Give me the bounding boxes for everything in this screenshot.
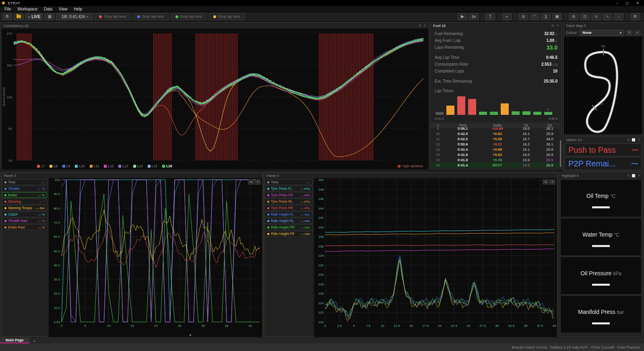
panel4-chart[interactable]: 02.557.51012.51517.52022.52527.53032.535… (314, 178, 557, 337)
lap-times-bar-chart[interactable]: P (435, 94, 558, 115)
panel4-legend-ride-height-fr[interactable]: Ride Height FR— mm (265, 231, 312, 237)
copy-layout-button[interactable]: ⧉ (569, 13, 578, 20)
drop-zone-label: Drop lap here (142, 15, 164, 19)
cursor-marker-icon[interactable]: ▲ (189, 333, 192, 336)
open-file-button[interactable] (14, 13, 24, 20)
panel4-close-button[interactable]: ✕ (549, 179, 555, 185)
values-close-icon[interactable]: ✕ (638, 138, 640, 141)
panel4-legend-ride-height-fl[interactable]: Ride Height FL— mm (265, 212, 312, 217)
add-page-button[interactable]: + (29, 339, 40, 343)
drop-lap-zone-1[interactable]: Drop lap here (95, 13, 130, 20)
panel3-legend-clutch[interactable]: Clutch— % (2, 212, 47, 217)
playback-speed-button[interactable]: 1x (469, 13, 479, 20)
lap-table-row-9[interactable]: 90:56.1+14.6416.026.1 (431, 126, 561, 131)
highlight-card-water-temp[interactable]: Water Temp °C (560, 218, 642, 256)
values-copy-icon[interactable]: ⧉ (627, 138, 630, 142)
time-mode-button[interactable]: ◷ (580, 13, 590, 20)
highlight-card-oil-pressure[interactable]: Oil Pressure kPa (560, 257, 642, 295)
minimize-button[interactable]: – (616, 1, 618, 5)
live-button[interactable]: ●LIVE (25, 13, 43, 20)
consistency-copy-icon[interactable]: ⧉ (419, 24, 421, 28)
highlight-card-oil-temp[interactable]: Oil Temp °C (560, 179, 642, 217)
scatter-chart-button[interactable]: ∿ (614, 13, 623, 20)
menu-help[interactable]: Help (71, 6, 85, 12)
tab-main-page[interactable]: Main Page (0, 338, 29, 343)
app-settings-button[interactable]: ⚙ (630, 13, 640, 20)
panel4-copy-button[interactable]: ⧉ (543, 179, 549, 185)
close-button[interactable]: ✕ (636, 1, 639, 5)
highlight-color-swatch[interactable] (632, 174, 635, 177)
lap-table-row-16[interactable]: 160:41.4BEST15.925.8 (431, 162, 561, 168)
lap-legend-l13[interactable]: L13 (118, 164, 128, 168)
multi-line-chart-button[interactable]: ∿ (603, 13, 612, 20)
panel3-legend-brake[interactable]: Brake— % (2, 192, 47, 198)
drop-lap-zone-3[interactable]: Drop lap here (171, 13, 207, 20)
menu-file[interactable]: File (2, 6, 14, 12)
lap-legend-l12[interactable]: L12 (104, 164, 114, 168)
lap-selector-dropdown[interactable]: 16f. 0:41.424 ▾ (56, 13, 93, 20)
maximize-button[interactable]: ▢ (625, 1, 629, 5)
menu-data[interactable]: Data (41, 6, 55, 12)
play-button[interactable]: ▶ (458, 13, 467, 20)
panel3-close-button[interactable]: ✕ (255, 179, 261, 185)
lap-legend-l15[interactable]: L15 (148, 164, 157, 168)
pattern-button[interactable]: ▦ (45, 13, 54, 20)
highlight-card-manifold-press[interactable]: Manifold Press bar (560, 295, 642, 333)
panel3-legend-steering[interactable]: Steering— ° (2, 199, 47, 204)
lap-table-row-14[interactable]: 140:41.9+0.5216.025.8 (431, 152, 561, 157)
panel3-legend-steering-torque[interactable]: Steering Torque— Nm (2, 205, 47, 211)
drop-lap-zone-2[interactable]: Drop lap here (133, 13, 169, 20)
lap-table-row-12[interactable]: 120:50.6+9.2116.326.1 (431, 141, 561, 147)
fuel-close-icon[interactable]: ✕ (556, 24, 559, 27)
lap-table[interactable]: #TimeDeltaS1S290:56.1+14.6416.026.1100:4… (431, 123, 561, 168)
single-lap-button[interactable]: 1 (541, 13, 551, 20)
annotation-tool-button[interactable]: N (518, 13, 528, 20)
lap-table-row-13[interactable]: 130:42.4+0.9516.125.8 (431, 147, 561, 152)
lap-legend-l16[interactable]: L16 (162, 164, 172, 168)
fuel-copy-icon[interactable]: ⧉ (552, 24, 554, 28)
panel4-legend-time[interactable]: Time— (265, 179, 312, 185)
values-color-swatch[interactable] (632, 138, 635, 141)
lap-legend-l8[interactable]: L8 (50, 164, 57, 168)
highlight-copy-icon[interactable]: ⧉ (627, 174, 630, 178)
value-box-2[interactable]: P2P Remai...— (565, 157, 642, 170)
panel3-legend-throttle-raw[interactable]: Throttle Raw— % (2, 218, 47, 224)
colour-select[interactable]: None ▾ (580, 30, 624, 36)
drop-lap-zone-4[interactable]: Drop lap here (209, 13, 245, 20)
panel4-legend-tyre-press-fr[interactable]: Tyre Press FR— kPa (265, 192, 312, 198)
consistency-chart[interactable]: 27020013060-100%10%20%30%40%50%60%70%80%… (2, 29, 429, 163)
lap-legend-l14[interactable]: L14 (133, 164, 143, 168)
panel4-legend-tyre-press-rr[interactable]: Tyre Press RR— kPa (265, 205, 312, 211)
track-copy-button[interactable]: ⧉ (626, 30, 632, 35)
lap-legend-l9[interactable]: L9 (62, 164, 70, 168)
add-panel-button[interactable]: + (502, 13, 512, 20)
track-close-button[interactable]: ✕ (634, 30, 640, 35)
lap-legend-l10[interactable]: L10 (75, 164, 85, 168)
panel3-legend-throttle[interactable]: Throttle— % (2, 186, 47, 191)
text-tool-button[interactable]: T (485, 13, 495, 20)
panel3-legend-time[interactable]: Time— (2, 179, 47, 185)
highlight-close-icon[interactable]: ✕ (638, 174, 640, 177)
line-chart-button[interactable]: ∿ (591, 13, 601, 20)
value-dash (592, 322, 610, 324)
panel4-legend-ride-height-rr[interactable]: Ride Height RR— mm (265, 224, 312, 230)
settings-button[interactable]: ⚙ (2, 13, 12, 20)
panel3-legend-brake-raw[interactable]: Brake Raw— % (2, 224, 47, 230)
lap-legend-l11[interactable]: L11 (90, 164, 99, 168)
table-scrollbar[interactable] (560, 123, 561, 168)
consistency-close-icon[interactable]: ✕ (423, 24, 426, 27)
panel4-legend-tyre-press-rl[interactable]: Tyre Press RL— kPa (265, 199, 312, 204)
lap-legend-l7[interactable]: L7 (37, 164, 45, 168)
panel3-copy-button[interactable]: ⧉ (248, 179, 254, 185)
menu-workspace[interactable]: Workspace (14, 6, 40, 12)
lap-table-row-10[interactable]: 100:42.0+0.6216.125.9 (431, 131, 561, 136)
value-box-1[interactable]: Push to Pass— (565, 143, 642, 156)
lasso-tool-button[interactable]: ◠ (530, 13, 539, 20)
panel4-legend-ride-height-rl[interactable]: Ride Height RL— mm (265, 218, 312, 224)
lap-table-row-15[interactable]: 150:41.8+0.3615.925.5 (431, 157, 561, 162)
panel4-legend-tyre-press-fl[interactable]: Tyre Press FL— kPa (265, 186, 312, 191)
screenshot-button[interactable]: ▣ (552, 13, 562, 20)
menu-view[interactable]: View (56, 6, 70, 12)
lap-table-row-11[interactable]: 110:42.0+0.5516.734.0 (431, 136, 561, 141)
panel3-chart[interactable]: 051015202530354010090.080.070.060.050.04… (49, 178, 262, 337)
